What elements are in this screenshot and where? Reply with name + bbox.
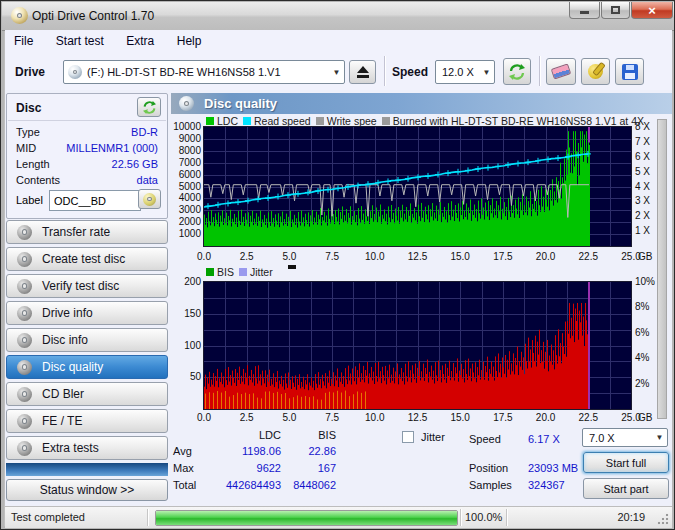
sidebar-item-fe-te[interactable]: FE / TE — [6, 409, 168, 433]
drive-select[interactable]: (F:) HL-DT-ST BD-RE WH16NS58 1.V1 ▼ — [63, 60, 345, 84]
axis-tick-label: 20.0 — [531, 413, 561, 423]
axis-tick-label: 0.0 — [189, 413, 219, 423]
disc-panel-title: Disc — [16, 101, 41, 115]
bis-jitter-chart — [203, 281, 632, 410]
disc-label-input[interactable] — [49, 190, 141, 211]
axis-tick-label: 8% — [635, 302, 661, 312]
save-button[interactable] — [615, 58, 644, 85]
status-window-button[interactable]: Status window >> — [6, 479, 168, 501]
disc-test-icon — [17, 387, 32, 402]
axis-tick-label: 50 — [167, 372, 201, 382]
menu-extra[interactable]: Extra — [117, 30, 163, 48]
legend-swatch — [382, 117, 390, 125]
status-text: Test completed — [11, 511, 85, 523]
menu-start-test[interactable]: Start test — [47, 30, 113, 48]
axis-tick-label: 0.0 — [189, 252, 219, 262]
section-title: Disc quality — [204, 96, 277, 111]
axis-tick-label: 5.0 — [274, 413, 304, 423]
elapsed-time: 20:19 — [565, 511, 645, 523]
legend-swatch — [206, 117, 214, 125]
minimize-button[interactable] — [569, 2, 600, 19]
sidebar-item-label: Disc quality — [42, 360, 103, 374]
title-bar[interactable]: Opti Drive Control 1.70 × — [2, 2, 675, 31]
axis-tick-label: 150 — [167, 309, 201, 319]
disc-row-contents: Contentsdata — [16, 174, 158, 186]
disc-info-panel: Disc TypeBD-R MIDMILLENMR1 (000) Length2… — [6, 93, 168, 219]
axis-tick-label: 2.5 — [232, 252, 262, 262]
jitter-checkbox[interactable] — [402, 431, 414, 443]
speed-select[interactable]: 12.0 X ▼ — [435, 60, 495, 84]
disc-label-button[interactable] — [138, 189, 161, 209]
app-disc-icon — [11, 7, 28, 24]
disc-mid-value: MILLENMR1 (000) — [66, 142, 158, 154]
erase-disc-button[interactable] — [546, 58, 576, 85]
axis-tick-label: 1000 — [167, 229, 201, 239]
axis-tick-label: 10.0 — [360, 413, 390, 423]
stats-col-ldc: LDC — [229, 429, 281, 441]
sidebar-item-extra-tests[interactable]: Extra tests — [6, 436, 168, 460]
toolbar-separator — [539, 56, 541, 86]
axis-tick-label: 17.5 — [488, 413, 518, 423]
start-full-button[interactable]: Start full — [583, 452, 669, 473]
disc-type-label: Type — [16, 126, 40, 138]
statusbar-separator — [460, 509, 462, 526]
legend-swatch — [316, 117, 324, 125]
sidebar-item-transfer-rate[interactable]: Transfer rate — [6, 220, 168, 244]
menu-help[interactable]: Help — [168, 30, 211, 48]
refresh-button[interactable] — [503, 58, 531, 85]
sidebar-item-disc-quality[interactable]: Disc quality — [6, 355, 168, 379]
legend-swatch — [243, 117, 251, 125]
chevron-down-icon: ▼ — [329, 68, 344, 77]
sidebar-item-disc-info[interactable]: Disc info — [6, 328, 168, 352]
sidebar-item-cd-bler[interactable]: CD Bler — [6, 382, 168, 406]
axis-tick-label: 12.5 — [403, 413, 433, 423]
eject-button[interactable] — [349, 60, 376, 84]
drive-select-value: (F:) HL-DT-ST BD-RE WH16NS58 1.V1 — [87, 66, 281, 78]
disc-type-value: BD-R — [131, 126, 158, 138]
test-speed-select[interactable]: 7.0 X ▼ — [582, 428, 668, 447]
disc-refresh-button[interactable] — [137, 97, 161, 117]
axis-tick-label: 3000 — [167, 205, 201, 215]
disc-contents-label: Contents — [16, 174, 60, 186]
legend-swatch — [206, 268, 214, 276]
sidebar-item-drive-info[interactable]: Drive info — [6, 301, 168, 325]
axis-tick-label: 7000 — [167, 158, 201, 168]
sidebar-item-label: Create test disc — [42, 252, 125, 266]
legend-marker-dash — [288, 265, 296, 269]
app-window: Opti Drive Control 1.70 × File Start tes… — [0, 0, 675, 530]
disc-test-icon — [17, 306, 32, 321]
minimize-icon — [580, 11, 589, 14]
resize-grip[interactable] — [657, 513, 669, 525]
vertical-scrollbar[interactable] — [657, 119, 667, 419]
axis-tick-label: 6% — [635, 328, 661, 338]
disc-length-value: 22.56 GB — [112, 158, 158, 170]
axis-tick-label: 1 X — [635, 226, 661, 236]
disc-test-icon — [17, 441, 32, 456]
sidebar-item-create-test-disc[interactable]: Create test disc — [6, 247, 168, 271]
sidebar-item-label: Drive info — [42, 306, 93, 320]
utilities-button[interactable] — [581, 58, 610, 85]
sidebar-item-label: Transfer rate — [42, 225, 110, 239]
drive-icon — [68, 65, 82, 79]
chevron-down-icon: ▼ — [652, 433, 667, 442]
ldc-speed-chart — [203, 126, 632, 247]
eject-icon — [357, 66, 369, 73]
sidebar-item-label: CD Bler — [42, 387, 84, 401]
maximize-button[interactable] — [601, 2, 630, 19]
test-speed-select-value: 7.0 X — [589, 432, 615, 444]
speed-stat-label: Speed — [469, 433, 501, 445]
sidebar-item-verify-test-disc[interactable]: Verify test disc — [6, 274, 168, 298]
axis-tick-label: 2.5 — [232, 413, 262, 423]
menu-file[interactable]: File — [5, 30, 42, 48]
axis-tick-label: 7.5 — [317, 413, 347, 423]
stats-col-bis: BIS — [290, 429, 336, 441]
eraser-icon — [551, 63, 572, 79]
save-icon — [622, 64, 638, 80]
divider — [8, 120, 166, 121]
stats-bis-value: 22.86 — [266, 445, 336, 457]
axis-tick-label: 9000 — [167, 134, 201, 144]
close-button[interactable]: × — [631, 2, 673, 19]
stats-bis-value: 8448062 — [266, 479, 336, 491]
axis-tick-label: GB — [638, 252, 660, 262]
start-part-button[interactable]: Start part — [583, 478, 669, 499]
